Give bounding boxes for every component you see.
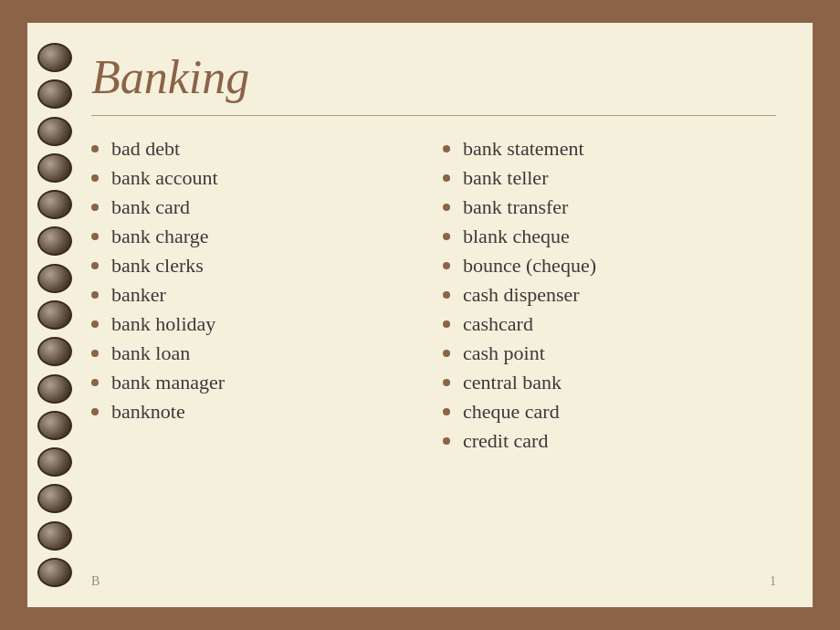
- bullet-icon: [91, 379, 99, 386]
- list-item: bank card: [91, 193, 425, 222]
- item-text: banker: [111, 283, 166, 307]
- bullet-icon: [91, 262, 99, 269]
- item-text: bounce (cheque): [463, 254, 596, 278]
- list-item: bank manager: [91, 368, 425, 397]
- list-item: bank statement: [443, 134, 776, 163]
- item-text: bank teller: [463, 166, 548, 190]
- bullet-icon: [443, 408, 450, 415]
- list-item: cash dispenser: [443, 280, 776, 310]
- bullet-icon: [91, 204, 99, 211]
- item-text: bad debt: [111, 137, 180, 161]
- list-item: bad debt: [91, 134, 425, 163]
- list-item: bank holiday: [91, 310, 425, 339]
- divider: [91, 115, 776, 116]
- item-text: bank manager: [111, 371, 225, 394]
- item-text: bank clerks: [111, 254, 204, 278]
- list-item: credit card: [443, 426, 776, 456]
- spiral-coil-8: [37, 300, 72, 330]
- item-text: bank loan: [111, 341, 190, 365]
- item-text: cash dispenser: [463, 283, 580, 307]
- page-content: Banking bad debtbank accountbank cardban…: [82, 23, 813, 607]
- bullet-icon: [91, 320, 99, 328]
- spiral-coil-2: [37, 79, 72, 109]
- bullet-icon: [91, 233, 99, 240]
- spiral-coil-14: [37, 521, 72, 551]
- list-item: bank account: [91, 163, 425, 193]
- bullet-icon: [443, 233, 450, 240]
- right-column: bank statementbank tellerbank transferbl…: [443, 134, 776, 567]
- list-item: bank loan: [91, 339, 425, 368]
- bullet-icon: [443, 350, 450, 357]
- bullet-icon: [91, 350, 99, 357]
- columns: bad debtbank accountbank cardbank charge…: [91, 134, 776, 567]
- list-item: central bank: [443, 368, 776, 397]
- spiral-coil-7: [37, 264, 72, 293]
- spiral-coil-10: [37, 374, 72, 404]
- bullet-icon: [91, 145, 99, 152]
- item-text: bank holiday: [111, 312, 215, 336]
- spiral-coil-11: [37, 411, 72, 440]
- bullet-icon: [443, 437, 450, 445]
- spiral-coil-5: [37, 190, 72, 219]
- bullet-icon: [443, 291, 450, 299]
- list-item: banker: [91, 280, 425, 310]
- list-item: bank teller: [443, 163, 776, 193]
- item-text: cashcard: [463, 312, 533, 336]
- item-text: bank charge: [111, 225, 209, 248]
- footer-letter: B: [91, 574, 100, 589]
- list-item: cashcard: [443, 310, 776, 339]
- bullet-icon: [443, 145, 450, 152]
- spiral-coil-12: [37, 447, 72, 477]
- spiral-coil-15: [37, 558, 72, 587]
- item-text: bank card: [111, 195, 190, 219]
- bullet-icon: [91, 408, 99, 415]
- list-item: bank transfer: [443, 193, 776, 222]
- bullet-icon: [443, 262, 450, 269]
- spiral-coil-13: [37, 484, 72, 513]
- footer: B 1: [91, 567, 776, 589]
- item-text: bank transfer: [463, 195, 568, 219]
- item-text: credit card: [463, 429, 548, 453]
- spiral-coil-6: [37, 226, 72, 256]
- spiral-coil-1: [37, 43, 72, 72]
- notebook: Banking bad debtbank accountbank cardban…: [27, 23, 813, 607]
- bullet-icon: [443, 320, 450, 328]
- bullet-icon: [91, 174, 99, 182]
- item-text: cheque card: [463, 400, 560, 424]
- list-item: banknote: [91, 397, 425, 426]
- spiral-coil-9: [37, 337, 72, 366]
- bullet-icon: [443, 379, 450, 386]
- item-text: cash point: [463, 341, 545, 365]
- bullet-icon: [91, 291, 99, 299]
- list-item: bank clerks: [91, 251, 425, 280]
- bullet-icon: [443, 174, 450, 182]
- item-text: bank account: [111, 166, 218, 190]
- item-text: blank cheque: [463, 225, 570, 248]
- item-text: bank statement: [463, 137, 584, 161]
- bullet-icon: [443, 204, 450, 211]
- list-item: cash point: [443, 339, 776, 368]
- list-item: bank charge: [91, 222, 425, 251]
- spiral-coil-3: [37, 117, 72, 146]
- item-text: central bank: [463, 371, 562, 394]
- list-item: cheque card: [443, 397, 776, 426]
- spiral-coil-4: [37, 153, 72, 183]
- footer-page: 1: [770, 574, 776, 589]
- list-item: bounce (cheque): [443, 251, 776, 280]
- item-text: banknote: [111, 400, 185, 424]
- list-item: blank cheque: [443, 222, 776, 251]
- spiral-binding: [27, 23, 82, 607]
- page-title: Banking: [91, 50, 776, 104]
- left-column: bad debtbank accountbank cardbank charge…: [91, 134, 425, 567]
